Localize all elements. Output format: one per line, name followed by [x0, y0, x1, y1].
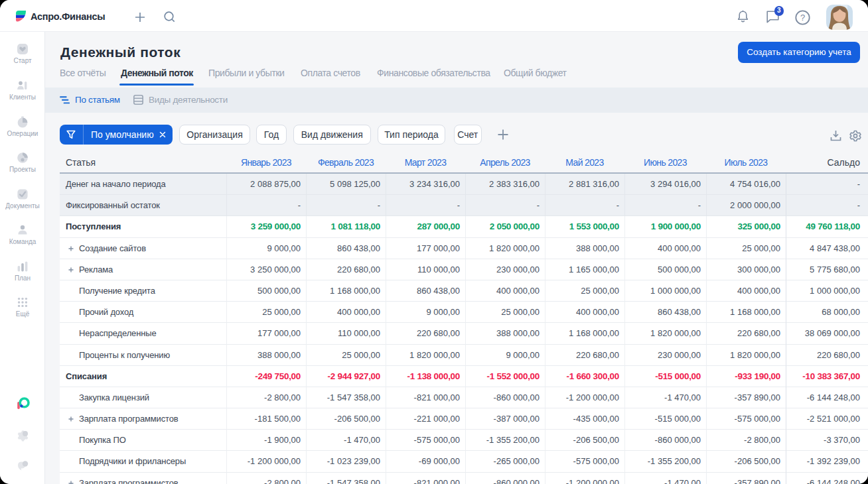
svg-text:?: ?: [800, 13, 805, 23]
